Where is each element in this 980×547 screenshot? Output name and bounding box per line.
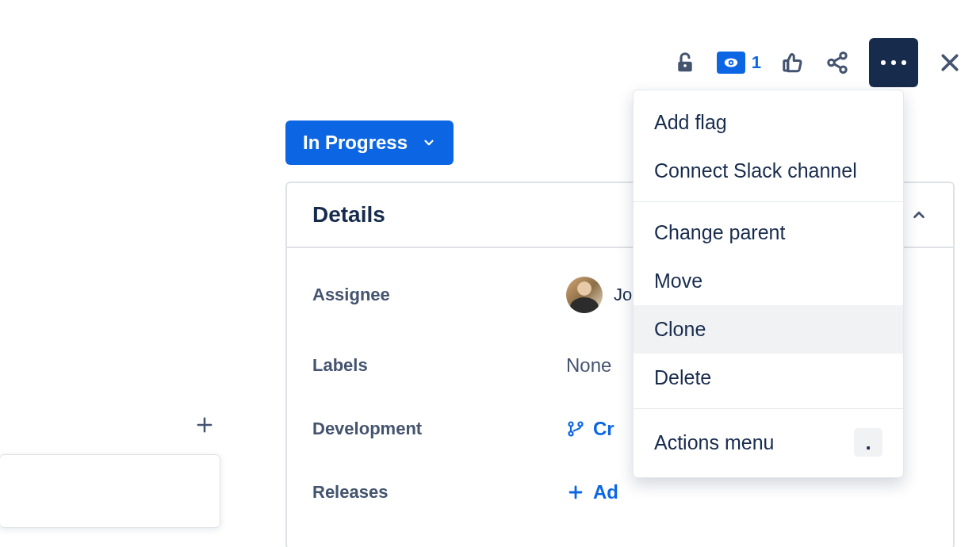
like-icon[interactable]: [780, 50, 806, 75]
more-icon: [881, 60, 906, 65]
menu-label: Add flag: [654, 111, 727, 134]
plus-icon: [566, 483, 585, 502]
svg-point-6: [840, 53, 847, 59]
chevron-down-icon: [422, 136, 436, 150]
assignee-label: Assignee: [312, 285, 566, 305]
labels-value[interactable]: None: [566, 354, 611, 377]
actions-dropdown: Add flag Connect Slack channel Change pa…: [633, 90, 904, 478]
unlock-icon[interactable]: [672, 50, 698, 75]
menu-move[interactable]: Move: [634, 257, 903, 305]
menu-label: Clone: [654, 318, 706, 341]
menu-connect-slack[interactable]: Connect Slack channel: [634, 147, 903, 195]
add-button[interactable]: [189, 409, 220, 441]
create-branch-link[interactable]: Cr: [566, 418, 614, 440]
menu-label: Move: [654, 270, 702, 293]
status-dropdown[interactable]: In Progress: [285, 120, 454, 165]
watchers-count: 1: [752, 52, 761, 73]
assignee-name: Jo: [614, 285, 632, 305]
svg-point-4: [729, 62, 732, 64]
menu-label: Change parent: [654, 221, 785, 244]
svg-point-7: [829, 59, 835, 66]
branch-icon: [566, 419, 585, 438]
avatar: [566, 277, 603, 313]
share-icon[interactable]: [825, 50, 850, 75]
plus-icon: [193, 414, 216, 436]
menu-delete[interactable]: Delete: [634, 354, 903, 402]
menu-divider: [634, 201, 903, 202]
svg-point-11: [569, 432, 573, 436]
menu-change-parent[interactable]: Change parent: [634, 208, 903, 257]
menu-actions-menu[interactable]: Actions menu .: [634, 415, 903, 469]
assignee-value[interactable]: Jo: [566, 277, 632, 313]
details-title: Details: [312, 202, 385, 228]
chevron-up-icon: [910, 206, 928, 224]
svg-point-8: [840, 67, 847, 73]
labels-label: Labels: [312, 355, 566, 376]
development-label: Development: [312, 419, 566, 439]
menu-clone[interactable]: Clone: [634, 305, 903, 354]
menu-add-flag[interactable]: Add flag: [634, 98, 903, 147]
keyboard-hint: .: [854, 428, 882, 457]
side-popup: [0, 454, 220, 528]
svg-point-9: [569, 423, 573, 427]
close-icon[interactable]: [937, 50, 963, 75]
status-label: In Progress: [303, 132, 408, 154]
add-release-link[interactable]: Ad: [566, 481, 618, 503]
create-branch-label: Cr: [593, 418, 614, 440]
svg-rect-5: [784, 61, 788, 71]
menu-label: Connect Slack channel: [654, 159, 857, 182]
svg-point-10: [579, 423, 583, 427]
eye-icon: [717, 52, 745, 74]
more-actions-button[interactable]: [869, 38, 918, 87]
menu-label: Actions menu: [654, 431, 774, 454]
menu-label: Delete: [654, 366, 711, 389]
releases-label: Releases: [312, 482, 566, 503]
watchers-button[interactable]: 1: [717, 52, 761, 74]
svg-point-1: [683, 64, 687, 67]
menu-divider: [634, 408, 903, 409]
add-release-label: Ad: [593, 481, 618, 503]
issue-toolbar: 1: [672, 38, 963, 87]
